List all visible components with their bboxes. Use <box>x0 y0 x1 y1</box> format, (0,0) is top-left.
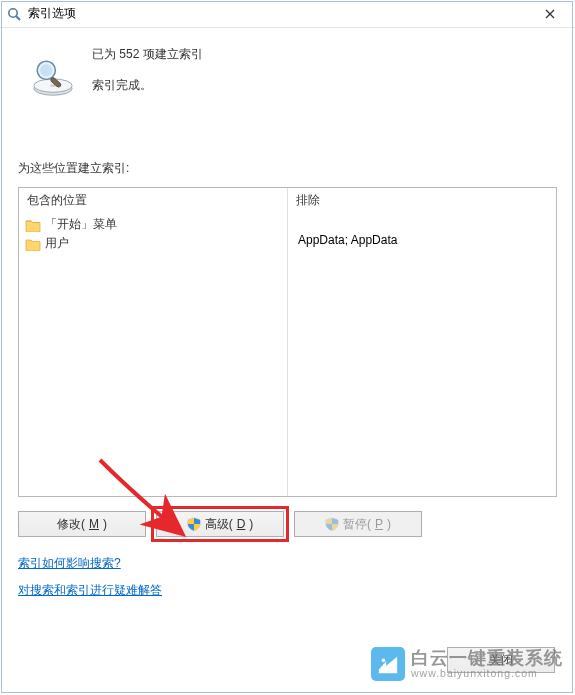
pause-button: 暂停(P) <box>294 511 422 537</box>
svg-line-1 <box>16 16 20 20</box>
close-button[interactable]: 关闭 <box>447 647 555 673</box>
modify-button[interactable]: 修改(M) <box>18 511 146 537</box>
svg-point-0 <box>9 8 17 16</box>
search-icon <box>6 6 22 22</box>
advanced-button[interactable]: 高级(D) <box>156 511 284 537</box>
dialog-border <box>1 1 573 693</box>
dialog-footer: 关闭 <box>18 647 555 673</box>
shield-icon <box>325 517 339 531</box>
shield-icon <box>187 517 201 531</box>
